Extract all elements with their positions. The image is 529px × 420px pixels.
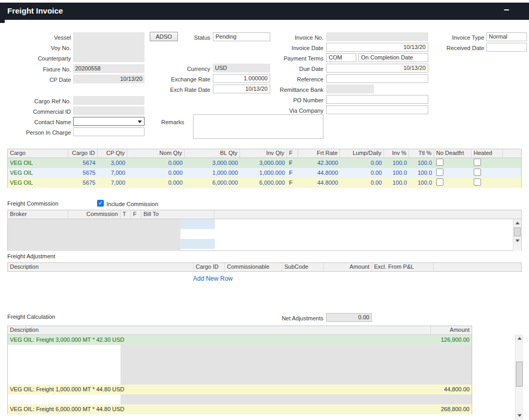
bill-to-cell[interactable] — [181, 239, 215, 249]
received-date-field[interactable] — [486, 43, 527, 52]
cp-qty-cell[interactable]: 3,000 — [98, 158, 127, 168]
invoice-date-field[interactable]: 10/13/20 — [326, 43, 428, 52]
col-header-cp-qty[interactable]: CP Qty — [98, 149, 127, 158]
col-header-bl-qty[interactable]: BL Qty — [185, 149, 240, 158]
no-deadfrt-checkbox[interactable] — [436, 178, 443, 186]
heated-checkbox[interactable] — [474, 159, 481, 166]
cargo-id-cell[interactable]: 5674 — [68, 158, 98, 168]
col-header-f[interactable]: F — [131, 210, 141, 219]
f-flag-cell[interactable]: F — [287, 158, 298, 168]
lump-daily-cell[interactable]: 0.00 — [340, 168, 384, 178]
col-header-commission[interactable]: Commission — [68, 210, 121, 219]
cargo-table-row[interactable]: VEG OIL 5675 7,000 0.000 1,000.000 1,000… — [8, 168, 521, 178]
inv-pct-cell[interactable]: 100.0 — [384, 168, 409, 178]
col-header-cargo-id[interactable]: Cargo ID — [194, 263, 225, 271]
cp-qty-cell[interactable]: 7,000 — [98, 178, 127, 188]
inv-qty-cell[interactable]: 1,000.000 — [240, 168, 287, 178]
cp-date-field[interactable]: 10/13/20 — [73, 75, 145, 83]
inv-pct-cell[interactable]: 100.0 — [384, 158, 409, 168]
nom-qty-cell[interactable]: 0.000 — [127, 168, 185, 178]
calculation-row-redacted[interactable] — [8, 375, 472, 385]
calculation-row-redacted[interactable] — [8, 345, 472, 355]
voy-no-field[interactable] — [73, 42, 145, 52]
nom-qty-cell[interactable]: 0.000 — [127, 158, 185, 168]
cargo-id-cell[interactable]: 5675 — [68, 168, 98, 178]
heated-checkbox[interactable] — [474, 178, 481, 186]
col-header-cargo-id[interactable]: Cargo ID — [68, 149, 98, 158]
calculation-row-redacted[interactable] — [8, 355, 472, 365]
invoice-type-field[interactable]: Normal — [486, 32, 527, 41]
scroll-down-button[interactable] — [515, 412, 523, 419]
include-commission-checkbox[interactable] — [97, 200, 104, 207]
reference-field[interactable] — [326, 74, 428, 83]
col-header-description[interactable]: Description — [8, 326, 431, 334]
cargo-cell[interactable]: VEG OIL — [8, 168, 68, 178]
frt-rate-cell[interactable]: 44.8000 — [298, 168, 340, 178]
calculation-row[interactable]: VEG OIL: Freight 6,000.000 MT * 44.80 US… — [8, 404, 472, 414]
counterparty-field[interactable] — [73, 52, 145, 62]
inv-pct-cell[interactable]: 100.0 — [384, 178, 409, 188]
ttl-pct-cell[interactable]: 100.0 — [409, 158, 434, 168]
col-header-bill-to[interactable]: Bill To — [141, 210, 214, 219]
due-date-field[interactable]: 10/13/20 — [326, 64, 428, 73]
col-header-commissionable[interactable]: Commissionable — [225, 263, 282, 271]
col-header-description[interactable]: Description — [8, 263, 194, 271]
bl-qty-cell[interactable]: 1,000.000 — [185, 168, 240, 178]
calculation-row-redacted[interactable] — [8, 394, 472, 404]
heated-checkbox[interactable] — [474, 169, 481, 176]
cargo-cell[interactable]: VEG OIL — [8, 178, 68, 188]
ttl-pct-cell[interactable]: 100.0 — [409, 168, 434, 178]
ttl-pct-cell[interactable]: 100.0 — [409, 178, 434, 188]
remittance-bank-field[interactable] — [326, 85, 374, 93]
col-header-f[interactable]: F — [287, 149, 298, 158]
lump-daily-cell[interactable]: 0.00 — [340, 158, 384, 168]
calculation-row[interactable]: VEG OIL: Freight 1,000.000 MT * 44.80 US… — [8, 385, 472, 394]
no-deadfrt-checkbox[interactable] — [436, 159, 443, 166]
person-in-charge-field[interactable] — [73, 127, 145, 136]
frt-rate-cell[interactable]: 42.3000 — [298, 158, 340, 168]
col-header-nom-qty[interactable]: Nom Qty — [127, 149, 185, 158]
inv-qty-cell[interactable]: 6,000.000 — [240, 178, 287, 188]
scrollbar-thumb[interactable] — [514, 227, 521, 236]
col-header-inv-pct[interactable]: Inv % — [384, 149, 409, 158]
scrollbar-thumb[interactable] — [516, 362, 523, 387]
remarks-field[interactable] — [193, 114, 323, 139]
minimize-button[interactable]: − — [503, 5, 509, 16]
lump-daily-cell[interactable]: 0.00 — [340, 178, 384, 188]
col-header-broker[interactable]: Broker — [8, 210, 68, 219]
calculation-row-redacted[interactable] — [8, 365, 472, 375]
col-header-frt-rate[interactable]: Frt Rate — [298, 149, 340, 158]
f-flag-cell[interactable]: F — [287, 178, 298, 188]
calculation-scrollbar[interactable] — [515, 334, 523, 419]
col-header-cargo[interactable]: Cargo — [8, 149, 68, 158]
calculation-row[interactable]: VEG OIL: Freight 3,000.000 MT * 42.30 US… — [8, 335, 472, 345]
cargo-table-row[interactable]: VEG OIL 5675 7,000 0.000 6,000.000 6,000… — [8, 178, 521, 188]
commercial-id-field[interactable] — [73, 106, 145, 115]
nom-qty-cell[interactable]: 0.000 — [127, 178, 185, 188]
cp-qty-cell[interactable]: 7,000 — [98, 168, 127, 178]
scroll-up-button[interactable] — [513, 219, 521, 227]
inv-qty-cell[interactable]: 3,000.000 — [240, 158, 287, 168]
frt-rate-cell[interactable]: 44.8000 — [298, 178, 340, 188]
payment-terms-code-field[interactable]: COM — [326, 53, 356, 62]
po-number-field[interactable] — [326, 95, 428, 104]
f-flag-cell[interactable]: F — [287, 168, 298, 178]
col-header-t[interactable]: T — [121, 210, 131, 219]
col-header-amount[interactable]: Amount — [324, 263, 372, 271]
payment-terms-desc-field[interactable]: On Completion Date — [358, 53, 428, 62]
add-new-row-link[interactable]: Add New Row — [193, 275, 233, 282]
scroll-up-button[interactable] — [515, 334, 523, 342]
vessel-field[interactable] — [73, 32, 145, 42]
col-header-no-deadfrt[interactable]: No Deadfrt — [434, 149, 472, 158]
cargo-ref-no-field[interactable] — [73, 96, 145, 105]
bill-to-cell[interactable] — [181, 219, 215, 229]
cargo-id-cell[interactable]: 5675 — [68, 178, 98, 188]
col-header-lump-daily[interactable]: Lump/Daily — [340, 149, 384, 158]
fixture-no-field[interactable]: 20200558 — [73, 64, 145, 73]
col-header-subcode[interactable]: SubCode — [282, 263, 324, 271]
invoice-no-field[interactable] — [326, 32, 428, 41]
bl-qty-cell[interactable]: 6,000.000 — [185, 178, 240, 188]
col-header-ttl-pct[interactable]: Ttl % — [409, 149, 434, 158]
via-company-field[interactable] — [326, 105, 428, 114]
no-deadfrt-checkbox[interactable] — [436, 169, 443, 176]
